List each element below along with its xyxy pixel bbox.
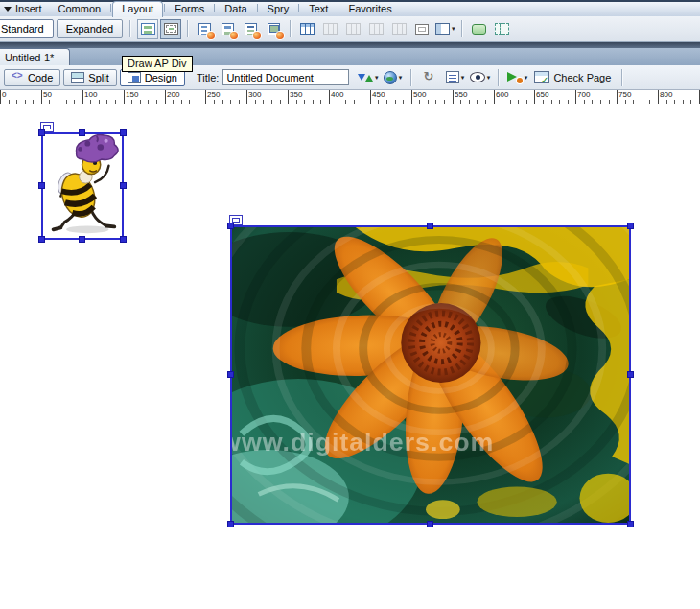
spry-menu-bar-icon[interactable] <box>194 19 215 39</box>
selection-handle-w[interactable] <box>38 182 45 189</box>
dropdown-arrow-icon[interactable] <box>525 74 528 82</box>
draw-layout-table-icon[interactable] <box>468 19 489 39</box>
spry-tabbed-panels-icon <box>222 23 234 35</box>
split-view-label: Split <box>88 72 108 83</box>
ruler-tick <box>575 90 576 104</box>
ruler-tick <box>222 100 223 104</box>
selection-handle-se[interactable] <box>120 236 127 243</box>
dropdown-arrow-icon[interactable] <box>399 74 403 82</box>
dropdown-arrow-icon[interactable] <box>375 74 379 82</box>
ruler-tick-label: 500 <box>413 90 426 99</box>
insert-row-above-icon <box>323 23 338 35</box>
ruler-tick <box>90 100 91 104</box>
ruler-tick <box>395 100 396 104</box>
selection-handle-ne[interactable] <box>627 223 634 229</box>
ruler-tick-label: 450 <box>372 90 385 99</box>
refresh-icon[interactable] <box>419 67 440 87</box>
spry-accordion-icon <box>245 23 257 35</box>
selection-handle-nw[interactable] <box>227 223 234 229</box>
dropdown-arrow-icon[interactable] <box>452 25 455 33</box>
ruler-tick <box>99 100 100 104</box>
ruler-tick <box>428 100 429 104</box>
split-view-button[interactable]: Split <box>63 69 116 86</box>
ruler-tick <box>230 100 231 104</box>
insert-panel-title[interactable]: Insert <box>0 3 50 16</box>
standard-mode-button[interactable]: Standard <box>0 19 54 38</box>
mode-buttons: StandardExpanded <box>0 19 123 38</box>
ruler-tick-label: 150 <box>126 90 138 99</box>
selection-handle-n[interactable] <box>427 223 433 229</box>
ruler-tick-label: 650 <box>536 90 548 99</box>
draw-layout-cell-icon[interactable] <box>491 19 512 39</box>
ruler-tick <box>329 90 330 104</box>
spry-tabbed-panels-icon[interactable] <box>217 19 238 39</box>
document-tab[interactable]: Untitled-1* <box>0 48 70 66</box>
view-options-icon[interactable] <box>444 67 465 87</box>
ruler-tick <box>74 100 75 104</box>
dropdown-arrow-icon[interactable] <box>461 74 465 82</box>
spry-accordion-icon[interactable] <box>240 19 261 39</box>
selection-handle-nw[interactable] <box>38 129 45 136</box>
ap-div-box-icon <box>415 24 429 35</box>
ap-div-flower[interactable]: www.digitalders.com <box>230 225 631 525</box>
file-management-icon[interactable] <box>357 67 378 87</box>
ruler-tick <box>403 100 404 104</box>
selection-handle-e[interactable] <box>627 371 634 378</box>
ruler-tick-label: 200 <box>167 90 179 99</box>
selection-handle-n[interactable] <box>79 129 85 136</box>
title-input[interactable] <box>222 69 349 85</box>
ap-div-bee[interactable] <box>41 132 124 240</box>
insert-tab-data[interactable]: Data <box>216 2 255 16</box>
expanded-mode-button[interactable]: Expanded <box>57 19 124 38</box>
insert-icon-bar: StandardExpanded <box>0 16 700 42</box>
spry-collapsible-panel-icon[interactable] <box>263 19 284 39</box>
dropdown-arrow-icon[interactable] <box>487 74 491 82</box>
live-data-icon[interactable] <box>506 67 527 87</box>
code-view-button[interactable]: Code <box>4 69 60 86</box>
ruler-tick <box>649 100 650 104</box>
ruler-tick <box>9 100 10 104</box>
ruler-tick <box>181 100 182 104</box>
ruler-tick <box>658 90 659 104</box>
toolbar-divider <box>498 69 499 86</box>
insert-tab-forms[interactable]: Forms <box>166 2 213 16</box>
design-canvas[interactable]: www.digitalders.com <box>0 105 700 609</box>
bee-image[interactable] <box>43 134 122 238</box>
visual-aids-icon[interactable] <box>469 67 490 87</box>
draw-ap-div-icon[interactable] <box>160 19 181 39</box>
insert-div-tag-icon[interactable] <box>137 19 158 39</box>
insert-column-left-icon <box>369 23 384 35</box>
insert-row-below-icon <box>346 23 361 35</box>
selection-handle-sw[interactable] <box>227 521 234 527</box>
ruler-tick <box>551 100 552 104</box>
selection-handle-sw[interactable] <box>38 236 45 243</box>
selection-handle-w[interactable] <box>227 371 234 378</box>
flower-ripple-image[interactable]: www.digitalders.com <box>232 227 629 523</box>
insert-tab-common[interactable]: Common <box>50 2 110 16</box>
insert-tab-favorites[interactable]: Favorites <box>339 2 400 16</box>
ruler-tick <box>362 100 362 104</box>
check-page-button[interactable]: Check Page <box>531 67 614 87</box>
ruler-tick <box>296 100 297 104</box>
insert-tab-layout[interactable]: Layout <box>112 1 163 17</box>
ruler-tick <box>156 100 157 104</box>
draw-ap-div-icon <box>164 23 178 35</box>
ap-div-box-icon[interactable] <box>411 19 432 39</box>
ruler-tick <box>255 100 256 104</box>
design-view-icon <box>128 72 141 83</box>
table-icon[interactable] <box>296 19 317 39</box>
selection-handle-se[interactable] <box>627 521 634 527</box>
preview-in-browser-icon[interactable] <box>382 67 403 87</box>
view-options-icon <box>446 71 459 83</box>
ruler-tick <box>246 90 247 104</box>
selection-handle-s[interactable] <box>79 236 85 243</box>
selection-handle-e[interactable] <box>120 182 127 189</box>
selection-handle-s[interactable] <box>427 521 433 527</box>
insert-tab-spry[interactable]: Spry <box>259 2 298 16</box>
ruler-tick <box>477 100 478 104</box>
ruler-tick <box>41 90 42 104</box>
insert-tab-text[interactable]: Text <box>300 2 337 16</box>
selection-handle-ne[interactable] <box>120 129 127 136</box>
ruler-tick-label: 800 <box>660 90 672 99</box>
frames-icon[interactable] <box>434 19 455 39</box>
